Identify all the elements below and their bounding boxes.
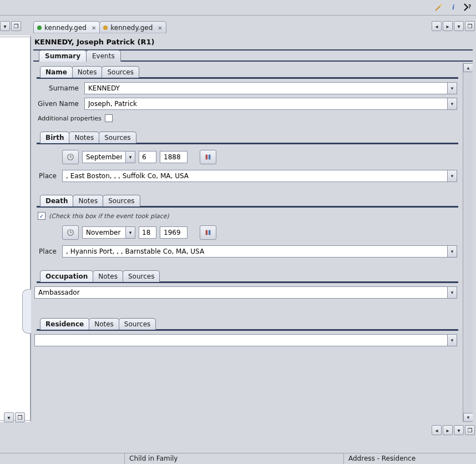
birth-place-label: Place: [38, 172, 59, 180]
tab-summary[interactable]: Summary: [39, 50, 87, 62]
residence-input[interactable]: [34, 334, 447, 346]
dropdown-icon[interactable]: ▾: [125, 151, 135, 163]
section-death: Death Notes Sources ✓ (Check this box if…: [34, 195, 460, 258]
given-name-label: Given Name: [38, 100, 81, 108]
doc-dropdown-button[interactable]: ▾: [454, 21, 464, 31]
main-content: KENNEDY, Joseph Patrick (R1) Summary Eve…: [32, 36, 474, 422]
tab-name[interactable]: Name: [40, 66, 73, 78]
death-month-input[interactable]: [82, 226, 125, 239]
status-cell-3: Address - Residence: [344, 453, 476, 464]
nav-next-button[interactable]: ▸: [443, 425, 453, 435]
section-occupation: Occupation Notes Sources ▾: [34, 271, 460, 299]
nav-maximize-button[interactable]: ❐: [465, 425, 475, 435]
info-icon[interactable]: i: [448, 2, 458, 12]
occupation-input[interactable]: [34, 286, 447, 299]
section-name: Name Notes Sources Surname ▾ Given Name: [34, 67, 460, 122]
tab-notes[interactable]: Notes: [93, 270, 123, 282]
dropdown-icon[interactable]: ▾: [125, 226, 135, 239]
scroll-up-icon[interactable]: ▴: [463, 63, 473, 72]
file-tab-label: kennedy.ged: [44, 24, 87, 32]
context-help-icon[interactable]: ?: [463, 2, 473, 12]
close-icon[interactable]: ✕: [89, 25, 96, 31]
tab-sources[interactable]: Sources: [119, 318, 156, 330]
dropdown-icon[interactable]: ▾: [447, 82, 457, 94]
left-collapsed-panel: ▾ ❐: [0, 36, 31, 422]
death-place-label: Place: [38, 248, 59, 255]
date-helper-button[interactable]: [62, 150, 79, 164]
status-cell-2: Child in Family: [125, 453, 344, 464]
tab-death[interactable]: Death: [40, 195, 73, 206]
death-occurred-checkbox[interactable]: ✓: [38, 212, 45, 220]
panel-restore-button[interactable]: ❐: [15, 412, 25, 422]
birth-place-input[interactable]: [62, 170, 447, 182]
main-tabset: Summary Events: [33, 49, 473, 62]
tab-events[interactable]: Events: [86, 50, 121, 62]
tab-notes[interactable]: Notes: [69, 132, 99, 143]
scroll-down-icon[interactable]: ▾: [463, 413, 473, 422]
birth-month-input[interactable]: [82, 151, 125, 163]
tab-notes[interactable]: Notes: [73, 195, 103, 206]
vertical-scrollbar[interactable]: ▴ ▾: [463, 63, 473, 422]
birth-year-input[interactable]: [160, 151, 188, 163]
top-toolbar: i ?: [0, 0, 476, 16]
surname-input[interactable]: [84, 82, 447, 94]
tab-notes[interactable]: Notes: [72, 66, 103, 78]
panel-dropdown-button[interactable]: ▾: [0, 21, 10, 31]
dropdown-icon[interactable]: ▾: [447, 334, 457, 346]
dropdown-icon[interactable]: ▾: [447, 286, 457, 299]
date-helper-button[interactable]: [62, 225, 79, 240]
death-place-input[interactable]: [62, 245, 447, 258]
doc-next-button[interactable]: ▸: [443, 21, 453, 31]
panel-dropdown-button[interactable]: ▾: [4, 412, 14, 422]
bottom-nav-bar: ◂ ▸ ▾ ❐: [0, 425, 476, 437]
svg-point-1: [441, 4, 442, 5]
surname-label: Surname: [38, 84, 81, 92]
svg-rect-7: [206, 230, 208, 235]
calendar-button[interactable]: [200, 150, 216, 164]
panel-restore-button[interactable]: ❐: [11, 21, 21, 31]
file-status-dot-icon: [103, 26, 108, 30]
splitter-handle[interactable]: [22, 289, 31, 334]
tab-sources[interactable]: Sources: [99, 132, 136, 143]
close-icon[interactable]: ✕: [155, 25, 162, 31]
calendar-button[interactable]: [200, 225, 216, 240]
file-tab-1[interactable]: kennedy.ged ✕: [33, 21, 100, 33]
tab-occupation[interactable]: Occupation: [40, 270, 93, 282]
file-tab-label: kennedy.ged: [110, 24, 153, 32]
tab-notes[interactable]: Notes: [89, 318, 119, 330]
file-tab-bar: kennedy.ged ✕ kennedy.ged ✕: [33, 21, 166, 33]
death-check-hint: (Check this box if the event took place): [49, 213, 169, 220]
status-bar: Child in Family Address - Residence: [0, 453, 476, 464]
tab-sources[interactable]: Sources: [102, 66, 139, 78]
death-day-input[interactable]: [139, 226, 156, 239]
additional-properties-checkbox[interactable]: [105, 114, 113, 122]
svg-rect-5: [209, 155, 211, 160]
tab-residence[interactable]: Residence: [40, 318, 89, 330]
page-title: KENNEDY, Joseph Patrick (R1): [32, 36, 474, 49]
tab-birth[interactable]: Birth: [40, 132, 69, 143]
birth-day-input[interactable]: [139, 151, 156, 163]
nav-dropdown-button[interactable]: ▾: [454, 425, 464, 435]
tab-sources[interactable]: Sources: [103, 195, 140, 206]
dropdown-icon[interactable]: ▾: [447, 245, 457, 258]
doc-maximize-button[interactable]: ❐: [465, 21, 475, 31]
file-tab-2[interactable]: kennedy.ged ✕: [99, 21, 166, 33]
section-residence: Residence Notes Sources ▾: [34, 319, 460, 346]
svg-rect-4: [206, 155, 208, 160]
wand-icon[interactable]: [434, 2, 444, 12]
svg-text:?: ?: [468, 4, 471, 9]
death-year-input[interactable]: [160, 226, 188, 239]
section-birth: Birth Notes Sources ▾: [34, 132, 460, 182]
doc-prev-button[interactable]: ◂: [432, 21, 442, 31]
dropdown-icon[interactable]: ▾: [447, 98, 457, 110]
given-name-input[interactable]: [84, 98, 447, 110]
dropdown-icon[interactable]: ▾: [447, 170, 457, 182]
nav-prev-button[interactable]: ◂: [432, 425, 442, 435]
tab-sources[interactable]: Sources: [123, 270, 160, 282]
file-status-dot-icon: [37, 26, 42, 30]
svg-rect-8: [209, 230, 211, 235]
svg-point-0: [440, 5, 442, 7]
status-cell-1: [0, 453, 125, 464]
additional-properties-label: Additional properties: [38, 115, 102, 122]
